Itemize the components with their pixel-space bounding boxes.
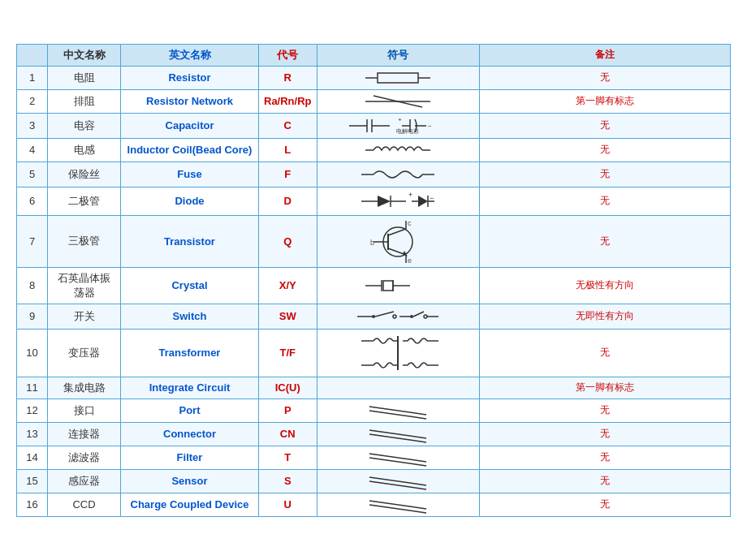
cell-note: 无 bbox=[479, 493, 731, 516]
cell-code: CN bbox=[259, 422, 317, 446]
cell-symbol: b c e bbox=[317, 215, 479, 267]
cell-num: 13 bbox=[17, 422, 48, 446]
table-header-row: 中文名称 英文名称 代号 符号 备注 bbox=[17, 44, 731, 66]
svg-line-66 bbox=[369, 434, 426, 442]
switch-symbol bbox=[322, 308, 474, 325]
table-row: 11 集成电路 Integrate Circuit IC(U) 第一脚有标志 bbox=[17, 377, 731, 398]
svg-text:电解电容: 电解电容 bbox=[396, 128, 419, 134]
svg-line-68 bbox=[369, 458, 426, 466]
table-row: 16 CCD Charge Coupled Device U 无 bbox=[17, 493, 731, 516]
table-row: 12 接口 Port P 无 bbox=[17, 398, 731, 422]
cell-symbol bbox=[317, 446, 479, 469]
cell-num: 2 bbox=[17, 89, 48, 113]
header-en: 英文名称 bbox=[121, 44, 259, 66]
cell-num: 14 bbox=[17, 446, 48, 469]
table-row: 8 石英晶体振荡器 Crystal X/Y 无极性有方 bbox=[17, 267, 731, 304]
cell-symbol: + − 电解电容 bbox=[317, 113, 479, 138]
svg-point-46 bbox=[372, 315, 375, 318]
table-row: 9 开关 Switch SW bbox=[17, 304, 731, 329]
cell-num: 9 bbox=[17, 304, 48, 329]
cell-symbol bbox=[317, 66, 479, 89]
cell-en: Filter bbox=[121, 446, 259, 469]
cell-en: Transformer bbox=[121, 329, 259, 377]
cell-note: 无 bbox=[479, 422, 731, 446]
table-row: 15 感应器 Sensor S 无 bbox=[17, 469, 731, 493]
page-wrapper: 中文名称 英文名称 代号 符号 备注 1 电阻 Resistor R bbox=[16, 44, 731, 517]
svg-line-69 bbox=[369, 477, 426, 485]
cell-num: 5 bbox=[17, 162, 48, 187]
cell-note: 无 bbox=[479, 138, 731, 162]
svg-line-72 bbox=[369, 505, 426, 513]
svg-line-70 bbox=[369, 481, 426, 489]
cell-symbol bbox=[317, 398, 479, 422]
cell-cn: 电容 bbox=[48, 113, 121, 138]
svg-line-63 bbox=[369, 407, 426, 415]
cell-symbol bbox=[317, 493, 479, 516]
svg-line-71 bbox=[369, 501, 426, 509]
cell-num: 10 bbox=[17, 329, 48, 377]
cell-symbol bbox=[317, 267, 479, 304]
cell-cn: 接口 bbox=[48, 398, 121, 422]
cell-num: 1 bbox=[17, 66, 48, 89]
table-row: 4 电感 Inductor Coil(Bead Core) L 无 bbox=[17, 138, 731, 162]
cell-en: Transistor bbox=[121, 215, 259, 267]
cell-symbol bbox=[317, 329, 479, 377]
header-cn: 中文名称 bbox=[48, 44, 121, 66]
ccd-symbol bbox=[322, 497, 474, 513]
header-num bbox=[17, 44, 48, 66]
connector-symbol bbox=[322, 426, 474, 442]
header-symbol: 符号 bbox=[317, 44, 479, 66]
filter-symbol bbox=[322, 450, 474, 466]
cell-cn: 变压器 bbox=[48, 329, 121, 377]
cell-note: 无极性有方向 bbox=[479, 267, 731, 304]
cell-cn: 连接器 bbox=[48, 422, 121, 446]
cell-code: IC(U) bbox=[259, 377, 317, 398]
svg-text:+: + bbox=[398, 116, 402, 123]
cell-num: 3 bbox=[17, 113, 48, 138]
table-row: 10 变压器 Transformer T/F bbox=[17, 329, 731, 377]
cell-code: SW bbox=[259, 304, 317, 329]
cell-cn: 电阻 bbox=[48, 66, 121, 89]
cell-note: 无 bbox=[479, 113, 731, 138]
cell-en: Sensor bbox=[121, 469, 259, 493]
cell-symbol bbox=[317, 469, 479, 493]
header-code: 代号 bbox=[259, 44, 317, 66]
table-row: 2 排阻 Resistor Network Ra/Rn/Rp 第一脚有标志 bbox=[17, 89, 731, 113]
svg-text:b: b bbox=[370, 239, 374, 247]
cell-note: 第一脚有标志 bbox=[479, 89, 731, 113]
cell-note: 无 bbox=[479, 66, 731, 89]
cell-en: Port bbox=[121, 398, 259, 422]
inductor-symbol bbox=[322, 142, 474, 158]
transistor-symbol: b c e bbox=[322, 219, 474, 264]
svg-marker-25 bbox=[418, 196, 428, 207]
svg-line-65 bbox=[369, 430, 426, 438]
cell-code: Q bbox=[259, 215, 317, 267]
resistor-network-symbol bbox=[322, 93, 474, 110]
cell-en: Inductor Coil(Bead Core) bbox=[121, 138, 259, 162]
cell-note: 无 bbox=[479, 162, 731, 187]
cell-cn: 三极管 bbox=[48, 215, 121, 267]
transformer-symbol bbox=[322, 333, 474, 373]
fuse-symbol bbox=[322, 166, 474, 183]
svg-rect-42 bbox=[383, 281, 393, 291]
cell-num: 12 bbox=[17, 398, 48, 422]
header-note: 备注 bbox=[479, 44, 731, 66]
cell-symbol bbox=[317, 138, 479, 162]
cell-cn: CCD bbox=[48, 493, 121, 516]
svg-point-50 bbox=[410, 315, 413, 318]
cell-note: 无 bbox=[479, 398, 731, 422]
cell-code: X/Y bbox=[259, 267, 317, 304]
svg-text:e: e bbox=[408, 256, 412, 265]
cell-cn: 二极管 bbox=[48, 187, 121, 215]
cell-en: Diode bbox=[121, 187, 259, 215]
diode-symbol: + − bbox=[322, 191, 474, 212]
cell-en: Fuse bbox=[121, 162, 259, 187]
cell-symbol: + − bbox=[317, 187, 479, 215]
cell-symbol bbox=[317, 89, 479, 113]
table-row: 1 电阻 Resistor R 无 bbox=[17, 66, 731, 89]
cell-code: U bbox=[259, 493, 317, 516]
cell-note: 第一脚有标志 bbox=[479, 377, 731, 398]
resistor-symbol bbox=[322, 70, 474, 86]
cell-code: Ra/Rn/Rp bbox=[259, 89, 317, 113]
cell-cn: 集成电路 bbox=[48, 377, 121, 398]
